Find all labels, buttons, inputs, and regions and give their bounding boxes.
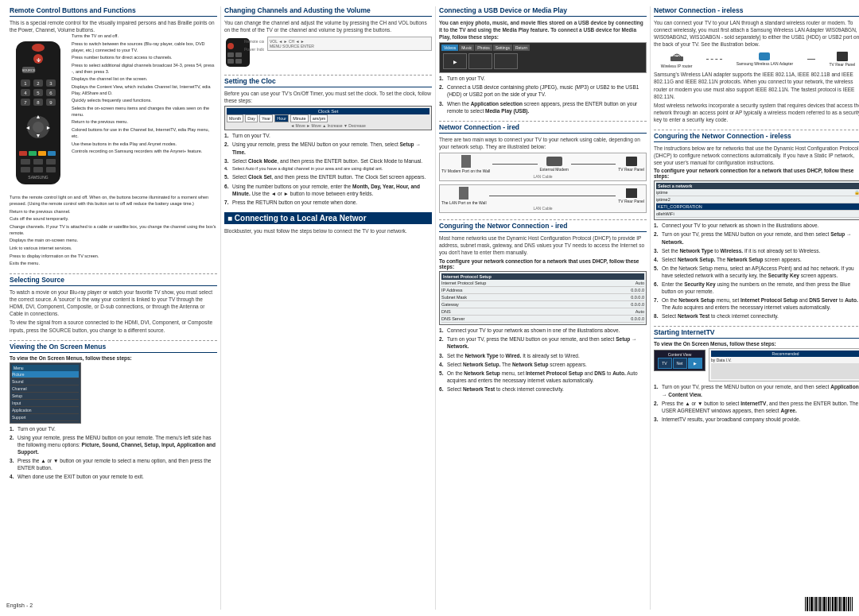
- recommended-label: Recommended: [711, 351, 859, 357]
- wireless-step-3: Set the Network Type to Wireless. If it …: [654, 247, 859, 254]
- wireless-config-steps: Connect your TV to your network as shown…: [654, 222, 859, 320]
- remote-svg: ⏻ SOURCE 1 2 3 4 5: [10, 33, 67, 192]
- clock-day: Day: [245, 114, 258, 122]
- clock-minute: Minute: [290, 114, 309, 122]
- local-area-title: ■ Connecting to a Local Area Networ: [224, 212, 432, 224]
- svg-rect-38: [33, 167, 43, 172]
- svg-rect-69: [846, 597, 847, 611]
- svg-rect-57: [819, 597, 821, 611]
- svg-rect-36: [46, 159, 56, 165]
- annotation-info: Press to display information on the TV s…: [10, 254, 217, 260]
- wireless-diagram: Wireless IP router Samsung Wireless LAN …: [654, 50, 859, 68]
- annotation-text: Controls recording on Samsung recorders …: [72, 149, 202, 155]
- menu-row-setup: Setup: [12, 393, 79, 400]
- clock-fields-row: Month Day Year Hour Minute am/pm: [227, 114, 430, 122]
- lan-adapter-icon: [759, 52, 770, 60]
- annotation-text: Return to the previous menu.: [72, 119, 128, 126]
- annotation-media-anynet: Use these buttons in the edia Play and A…: [72, 141, 217, 148]
- divider-6: [654, 130, 859, 130]
- svg-rect-56: [818, 597, 818, 611]
- media-tab-videos: Videos: [441, 45, 458, 51]
- svg-rect-46: [235, 59, 242, 64]
- divider-4: [439, 121, 647, 122]
- internet-tv-step-1: Turn on your TV, press the MENU button o…: [654, 383, 859, 397]
- menu-screen-diagram: Menu Picture Sound Channel Setup Input A…: [10, 362, 81, 424]
- svg-rect-53: [810, 597, 813, 611]
- wireless-router-label: Wireless IP router: [661, 64, 693, 68]
- menu-row-channel: Channel: [12, 385, 79, 393]
- clock-hour: Hour: [274, 114, 289, 122]
- clock-step-7: Press the RETURN button on your remote w…: [224, 199, 432, 206]
- annotation-source: Press to switch between the sources (Blu…: [72, 41, 217, 53]
- local-area-section: ■ Connecting to a Local Area Networ Bloc…: [224, 212, 432, 234]
- clock-step-1: Turn on your TV.: [224, 132, 432, 139]
- wall-lan-label: The LAN Port on the Wall: [441, 187, 487, 205]
- svg-rect-70: [848, 597, 849, 611]
- cable-line-1: [492, 164, 537, 165]
- annotation-content: Displays the Content View, which include…: [72, 84, 217, 96]
- svg-rect-39: [46, 167, 56, 172]
- svg-rect-68: [843, 597, 845, 611]
- channel-diagram: Remote control sensor Power Indicator VO…: [224, 37, 432, 68]
- wireless-step-2: Turn on your TV, press the MENU button o…: [654, 231, 859, 245]
- annotation-mute: Cuts off the sound temporarily.: [10, 216, 217, 223]
- annotation-internet: Link to various internet services.: [10, 246, 217, 252]
- svg-rect-34: [21, 159, 30, 165]
- lan-line: [489, 196, 616, 196]
- clock-steps: Turn on your TV. Using your remote, pres…: [224, 132, 432, 205]
- media-play-diagram: Videos Music Photos Settings Return ▶: [439, 42, 647, 73]
- usb-step-2: Connect a USB device containing photo (J…: [439, 83, 647, 98]
- content-item-internet: Net: [673, 358, 687, 369]
- svg-rect-44: [235, 52, 242, 57]
- divider-5: [439, 219, 647, 220]
- changing-channels-title: Changing Channels and Adusting the Volum…: [224, 6, 432, 17]
- annotation-text: Press to switch between the sources (Blu…: [72, 41, 217, 53]
- changing-channels-body: You can change the channel and adjust th…: [224, 19, 432, 33]
- media-tab-settings: Settings: [493, 45, 512, 51]
- wired-step-2: Turn on your TV, press the MENU button o…: [439, 335, 647, 350]
- menu-header: Menu: [12, 365, 79, 371]
- svg-point-25: [33, 122, 44, 133]
- wireless-step-6: Enter the Security Key using the numbers…: [654, 281, 859, 295]
- config-wireless-section: Conguring the Networ Connection - ireles…: [654, 132, 859, 320]
- tv-rear-wireless-node: TV Rear Panel: [829, 52, 855, 67]
- column-3: Connecting a USB Device or Media Play Yo…: [436, 6, 651, 610]
- annotation-text: Selects the on-screen menu items and cha…: [72, 106, 217, 118]
- media-thumbnail-1: ▶: [443, 53, 467, 69]
- selecting-source-body: To watch a movie on your Blu-ray player …: [10, 289, 217, 317]
- svg-point-42: [227, 43, 234, 49]
- internet-tv-section: Starting InternetTV To view the On Scree…: [654, 328, 859, 422]
- svg-rect-71: [850, 597, 851, 611]
- annotation-text: Press to select additional digital chann…: [72, 63, 217, 75]
- content-item-selected: ▶: [688, 358, 702, 369]
- svg-text:SAMSUNG: SAMSUNG: [28, 175, 48, 180]
- usb-step-1: Turn on your TV.: [439, 75, 647, 82]
- svg-rect-43: [227, 52, 234, 57]
- svg-text:⏻: ⏻: [37, 57, 41, 62]
- network-wired-body: There are two main ways to connect your …: [439, 136, 647, 150]
- media-tab-photos: Photos: [475, 45, 492, 51]
- svg-text:▲: ▲: [36, 114, 41, 119]
- annotation-recording: Controls recording on Samsung recorders …: [72, 149, 217, 155]
- lan-adapter-label: Samsung Wireless LAN Adapter: [737, 61, 793, 66]
- annotation-text: Use these buttons in the edia Play and A…: [72, 141, 177, 148]
- config-wireless-bold: To configure your network connection for…: [654, 168, 859, 179]
- viewing-menus-section: Viewing the On Screen Menus To view the …: [10, 343, 217, 481]
- tv-rear-label: TV Rear Panel: [618, 157, 644, 172]
- divider-2: [10, 340, 217, 341]
- svg-rect-72: [852, 597, 853, 611]
- selecting-source-title: Selecting Source: [10, 276, 217, 286]
- usb-section: Connecting a USB Device or Media Play Yo…: [439, 6, 647, 114]
- wired-diagram-1-content: TV Modem Port on the Wall External Modem…: [441, 155, 644, 173]
- setting-clock-intro: Before you can use your TV's On/Off Time…: [224, 90, 432, 104]
- setup-row-dns: DNS Auto: [441, 308, 644, 316]
- remote-right-annotations: Turns the remote control light on and of…: [10, 195, 217, 267]
- data-by-label: by Data I.V.: [711, 358, 859, 362]
- barcode-area: [803, 597, 853, 613]
- tv-rear-icon: [626, 157, 637, 166]
- wall-lan-icon: [459, 187, 468, 200]
- annotation-channel-list: Displays the channel list on the screen.: [72, 76, 217, 83]
- step-1: Turn on your TV.: [10, 425, 217, 432]
- tv-screen-label: Content View: [656, 352, 703, 357]
- main-page: Remote Control Buttons and Functions Thi…: [0, 0, 859, 616]
